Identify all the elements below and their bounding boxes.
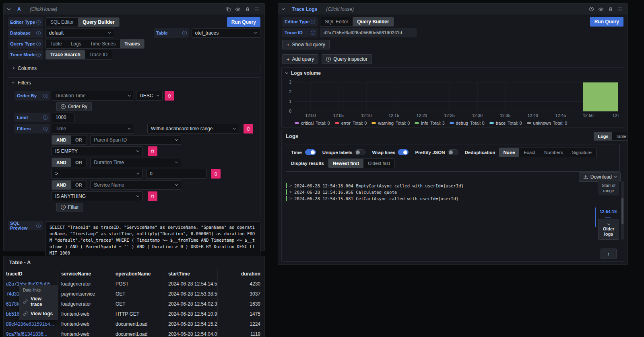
query-type-timeseries[interactable]: Time Series <box>86 39 120 48</box>
add-query-button[interactable]: +Add query <box>282 54 318 64</box>
trace-search-option[interactable]: Trace Search <box>46 50 85 59</box>
time-toggle[interactable] <box>305 149 316 155</box>
add-order-by-button[interactable]: +Order By <box>56 102 92 111</box>
collapse-chevron-icon[interactable] <box>7 7 10 10</box>
eye-icon[interactable] <box>235 6 241 12</box>
remove-filter-button[interactable] <box>244 124 253 134</box>
columns-section-header[interactable]: Columns <box>8 63 260 74</box>
info-icon[interactable]: i <box>43 94 47 98</box>
dedup-signature-option[interactable]: Signature <box>568 148 596 157</box>
drag-handle-icon[interactable] <box>254 6 260 12</box>
view-logs-option[interactable]: Logs <box>594 132 612 140</box>
column-header-duration[interactable]: duration <box>217 269 264 279</box>
query-type-table[interactable]: Table <box>46 39 66 48</box>
order-by-field-select[interactable]: Duration Time <box>52 91 134 101</box>
legend-item-trace[interactable]: traceTotal: 0 <box>489 121 522 125</box>
and-option[interactable]: AND <box>52 158 71 167</box>
info-icon[interactable]: i <box>36 31 41 35</box>
and-option[interactable]: AND <box>52 136 71 144</box>
info-icon[interactable]: i <box>43 115 47 120</box>
filter-operator-select[interactable]: Within dashboard time range <box>147 124 239 134</box>
download-button[interactable]: Download <box>579 172 621 182</box>
query-type-logs[interactable]: Logs <box>66 39 86 48</box>
filter3-field-select[interactable]: Service Name <box>90 180 181 190</box>
newest-first-option[interactable]: Newest first <box>328 159 363 168</box>
query-builder-option[interactable]: Query Builder <box>78 18 119 27</box>
trace-id-value[interactable]: d2a7155ef6a928a05680e5ff6190241d <box>320 28 417 37</box>
remove-order-by-button[interactable] <box>165 91 174 101</box>
query-row-header-trace-logs[interactable]: Trace Logs (ClickHouse) <box>278 4 627 14</box>
eye-icon[interactable] <box>598 6 604 12</box>
filters-section-header[interactable]: Filters <box>8 78 260 88</box>
filter2-field-select[interactable]: Duration Time <box>90 158 181 167</box>
trace-id-link[interactable]: 9ca7faf61341836... <box>4 329 58 337</box>
dedup-numbers-option[interactable]: Numbers <box>540 148 568 157</box>
legend-item-error[interactable]: errorTotal: 0 <box>335 121 367 125</box>
collapse-chevron-icon[interactable] <box>285 71 288 74</box>
query-builder-option[interactable]: Query Builder <box>353 17 393 26</box>
remove-filter2-button[interactable] <box>211 169 221 179</box>
column-header-operationname[interactable]: operationName <box>112 269 165 279</box>
info-level-bar[interactable] <box>583 82 618 111</box>
collapse-chevron-icon[interactable] <box>282 7 285 10</box>
filter-field-select[interactable]: Time <box>52 124 134 134</box>
view-trace-link[interactable]: View trace <box>23 296 54 307</box>
logs-scrollbar[interactable] <box>621 181 624 240</box>
column-header-starttime[interactable]: startTime <box>165 269 217 279</box>
query-row-header-a[interactable]: A (ClickHouse) <box>4 4 264 14</box>
logs-volume-header[interactable]: Logs volume <box>286 70 620 76</box>
or-option[interactable]: OR <box>71 181 87 189</box>
sql-editor-option[interactable]: SQL Editor <box>46 18 78 27</box>
info-icon[interactable]: i <box>311 31 315 35</box>
remove-filter3-button[interactable] <box>148 191 157 201</box>
log-row[interactable]: > 2024-06-28 12:54:16.956 Calculated quo… <box>286 189 592 195</box>
filter3-operator-select[interactable]: IS ANYTHING <box>52 191 142 201</box>
legend-item-unknown[interactable]: unknownTotal: 0 <box>527 121 568 125</box>
order-by-direction-select[interactable]: DESC <box>136 91 163 101</box>
query-type-traces[interactable]: Traces <box>120 39 144 48</box>
view-logs-link[interactable]: View logs <box>23 311 54 316</box>
table-select[interactable]: otel_traces <box>192 28 261 38</box>
scrollbar-thumb[interactable] <box>621 198 623 224</box>
legend-item-warning[interactable]: warningTotal: 0 <box>372 121 410 125</box>
filter2-value-input[interactable] <box>146 169 206 179</box>
log-row[interactable]: > 2024-06-28 12:54:15.081 GetCartAsync c… <box>286 195 592 201</box>
legend-item-critical[interactable]: criticalTotal: 0 <box>295 121 330 125</box>
info-icon[interactable]: i <box>36 224 41 228</box>
sql-editor-option[interactable]: SQL Editor <box>320 17 353 26</box>
drag-handle-icon[interactable] <box>617 6 623 12</box>
column-header-servicename[interactable]: serviceName <box>58 269 112 279</box>
info-icon[interactable]: i <box>311 20 315 24</box>
plot-area[interactable] <box>295 82 619 111</box>
filter1-operator-select[interactable]: IS EMPTY <box>52 146 142 156</box>
info-icon[interactable]: i <box>36 42 41 46</box>
trace-id-option[interactable]: Trace ID <box>85 50 112 59</box>
remove-filter1-button[interactable] <box>148 146 157 156</box>
dedup-none-option[interactable]: None <box>499 148 520 157</box>
info-icon[interactable]: i <box>36 20 41 25</box>
legend-item-debug[interactable]: debugTotal: 0 <box>450 121 485 125</box>
or-option[interactable]: OR <box>71 158 87 167</box>
trace-id-link[interactable]: 89cf4286e631591b4... <box>4 319 58 329</box>
unique-labels-toggle[interactable] <box>355 149 365 155</box>
oldest-first-option[interactable]: Oldest first <box>363 159 394 168</box>
filter2-operator-select[interactable]: > <box>52 169 142 179</box>
expand-chevron-icon[interactable]: > <box>289 183 292 188</box>
info-icon[interactable]: i <box>36 53 41 57</box>
older-logs-button[interactable]: Older logs <box>598 219 619 240</box>
run-query-button[interactable]: Run Query <box>590 17 623 27</box>
filter1-field-select[interactable]: Parent Span ID <box>90 135 181 145</box>
legend-item-info[interactable]: infoTotal: 3 <box>415 121 444 125</box>
and-option[interactable]: AND <box>52 181 71 189</box>
info-icon[interactable]: i <box>182 31 187 35</box>
expand-chevron-icon[interactable]: > <box>289 190 292 194</box>
column-header-traceid[interactable]: traceID <box>4 269 58 279</box>
add-filter-button[interactable]: +Filter <box>56 203 83 212</box>
trash-icon[interactable] <box>244 6 251 12</box>
database-select[interactable]: default <box>45 28 114 38</box>
query-inspector-button[interactable]: iQuery inspector <box>322 54 372 64</box>
info-icon[interactable]: i <box>43 127 47 131</box>
expand-chevron-icon[interactable]: > <box>289 196 292 201</box>
wrap-lines-toggle[interactable] <box>398 149 409 155</box>
or-option[interactable]: OR <box>71 136 87 144</box>
